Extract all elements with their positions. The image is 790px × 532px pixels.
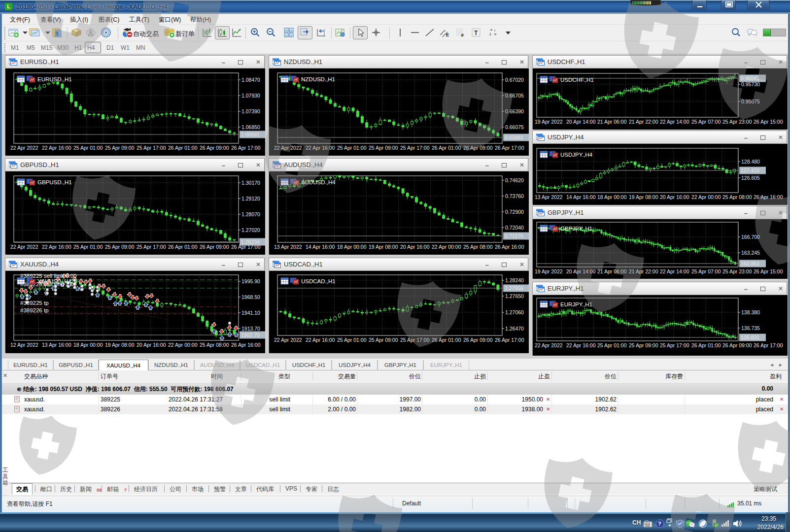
- svg-text:26 Apr 16:00: 26 Apr 16:00: [495, 244, 524, 250]
- svg-text:25 Apr 01:00: 25 Apr 01:00: [337, 145, 367, 151]
- svg-text:126.605: 126.605: [741, 175, 760, 181]
- svg-text:21 Apr 22:00: 21 Apr 22:00: [629, 119, 658, 125]
- svg-text:20 Apr 16:00: 20 Apr 16:00: [137, 342, 166, 348]
- svg-text:EURUSD.,H1: EURUSD.,H1: [37, 76, 72, 82]
- svg-text:26 Apr 01:00: 26 Apr 01:00: [168, 145, 198, 151]
- svg-text:19 Apr 2022: 19 Apr 2022: [535, 268, 563, 274]
- svg-text:25 Apr 09:00: 25 Apr 09:00: [105, 145, 135, 151]
- svg-text:1.27060: 1.27060: [505, 309, 524, 315]
- svg-text:26 Apr 09:00: 26 Apr 09:00: [722, 342, 752, 348]
- svg-text:26 Apr 09:00: 26 Apr 09:00: [463, 337, 493, 343]
- svg-text:1.27020: 1.27020: [241, 227, 260, 233]
- svg-text:19 Apr 08:00: 19 Apr 08:00: [105, 342, 135, 348]
- svg-text:18 Apr 00:00: 18 Apr 00:00: [337, 244, 367, 250]
- svg-text:1941.10: 1941.10: [241, 310, 260, 316]
- svg-text:22 Apr 16:00: 22 Apr 16:00: [42, 145, 71, 151]
- svg-text:0.65881: 0.65881: [505, 134, 523, 140]
- svg-text:22 Apr 16:00: 22 Apr 16:00: [42, 244, 71, 250]
- svg-text:128.480: 128.480: [741, 159, 760, 165]
- svg-text:25 Apr 09:00: 25 Apr 09:00: [629, 342, 658, 348]
- svg-text:26 Apr 17:00: 26 Apr 17:00: [231, 145, 261, 151]
- svg-text:T: T: [474, 30, 478, 36]
- svg-text:EURJPY.,H1: EURJPY.,H1: [560, 301, 592, 307]
- svg-text:19 Apr 2022: 19 Apr 2022: [535, 119, 563, 125]
- svg-text:1.08470: 1.08470: [241, 77, 260, 83]
- svg-text:26 Apr 16:00: 26 Apr 16:00: [754, 194, 783, 200]
- svg-text:0.96041: 0.96041: [741, 75, 759, 81]
- svg-text:25 Apr 17:00: 25 Apr 17:00: [400, 145, 430, 151]
- svg-text:USDCAD.,H1: USDCAD.,H1: [301, 278, 336, 284]
- svg-text:18 Apr 00:00: 18 Apr 00:00: [73, 342, 103, 348]
- svg-text:22 Apr 2022: 22 Apr 2022: [274, 145, 302, 151]
- svg-text:25 Apr 17:00: 25 Apr 17:00: [137, 244, 166, 250]
- svg-text:25 Apr 23:00: 25 Apr 23:00: [722, 268, 752, 274]
- svg-text:?: ?: [658, 521, 661, 527]
- svg-text:12 Apr 2022: 12 Apr 2022: [10, 342, 38, 348]
- svg-text:20 Apr 14:00: 20 Apr 14:00: [566, 268, 596, 274]
- svg-text:26 Apr 01:00: 26 Apr 01:00: [432, 337, 461, 343]
- svg-text:AUDUSD.,H4: AUDUSD.,H4: [301, 179, 336, 185]
- svg-text:26 Apr 01:00: 26 Apr 01:00: [691, 342, 721, 348]
- svg-text:0.66705: 0.66705: [505, 93, 524, 99]
- svg-text:22 Apr 16:00: 22 Apr 16:00: [306, 145, 335, 151]
- svg-text:14 Apr 16:00: 14 Apr 16:00: [306, 244, 335, 250]
- svg-text:25 Apr 23:00: 25 Apr 23:00: [722, 119, 752, 125]
- svg-text:GBPUSD.,H1: GBPUSD.,H1: [37, 179, 72, 185]
- svg-text:22 Apr 00:00: 22 Apr 00:00: [432, 244, 461, 250]
- svg-text:#389225 tp: #389225 tp: [20, 300, 49, 306]
- svg-text:1.06850: 1.06850: [241, 124, 260, 130]
- svg-text:19 Apr 08:00: 19 Apr 08:00: [369, 244, 398, 250]
- svg-text:E: E: [446, 33, 449, 37]
- svg-text:22 Apr 2022: 22 Apr 2022: [10, 145, 38, 151]
- svg-text:1.27650: 1.27650: [505, 293, 524, 299]
- svg-text:13 Apr 2022: 13 Apr 2022: [535, 194, 563, 200]
- svg-text:22 Apr 2022: 22 Apr 2022: [10, 244, 38, 250]
- svg-text:22 Apr 2022: 22 Apr 2022: [274, 337, 302, 343]
- svg-text:166.700: 166.700: [741, 234, 760, 240]
- svg-text:25 Apr 09:00: 25 Apr 09:00: [369, 337, 398, 343]
- svg-text:26 Apr 15:00: 26 Apr 15:00: [754, 119, 783, 125]
- svg-text:0.67020: 0.67020: [505, 77, 524, 83]
- svg-text:1995.90: 1995.90: [241, 278, 260, 284]
- svg-text:22 Apr 14:00: 22 Apr 14:00: [660, 268, 689, 274]
- svg-text:20 Apr 14:00: 20 Apr 14:00: [566, 119, 596, 125]
- svg-text:1968.50: 1968.50: [241, 294, 260, 300]
- svg-text:25 Apr 07:00: 25 Apr 07:00: [691, 268, 721, 274]
- svg-text:26 Apr 09:00: 26 Apr 09:00: [200, 244, 229, 250]
- svg-text:USDCHF.,H1: USDCHF.,H1: [560, 77, 594, 83]
- svg-text:#389226 tp: #389226 tp: [20, 307, 49, 313]
- svg-text:135.831: 135.831: [741, 334, 759, 340]
- svg-text:1.06591: 1.06591: [241, 132, 260, 137]
- svg-text:13 Apr 16:00: 13 Apr 16:00: [42, 342, 71, 348]
- svg-text:1902.70: 1902.70: [241, 332, 260, 338]
- svg-text:21 Apr 06:00: 21 Apr 06:00: [597, 119, 627, 125]
- svg-text:21 Apr 22:00: 21 Apr 22:00: [629, 268, 658, 274]
- svg-text:127.433: 127.433: [741, 167, 759, 173]
- svg-text:25 Apr 08:00: 25 Apr 08:00: [722, 194, 752, 200]
- svg-text:22 Apr 16:00: 22 Apr 16:00: [306, 337, 335, 343]
- svg-text:25 Apr 08:00: 25 Apr 08:00: [200, 342, 229, 348]
- svg-text:0.74620: 0.74620: [505, 177, 524, 183]
- svg-text:1.27956: 1.27956: [505, 285, 523, 291]
- svg-text:0.95075: 0.95075: [741, 99, 760, 104]
- svg-text:26 Apr 01:00: 26 Apr 01:00: [168, 244, 198, 250]
- svg-text:0.72040: 0.72040: [505, 225, 524, 231]
- svg-text:0.66075: 0.66075: [505, 124, 524, 130]
- svg-text:26 Apr 15:00: 26 Apr 15:00: [754, 268, 783, 274]
- svg-text:26 Apr 17:00: 26 Apr 17:00: [231, 244, 261, 250]
- svg-text:26 Apr 09:00: 26 Apr 09:00: [200, 145, 229, 151]
- svg-text:1.26470: 1.26470: [505, 326, 524, 332]
- svg-text:25 Apr 01:00: 25 Apr 01:00: [337, 337, 367, 343]
- svg-text:19 Apr 08:00: 19 Apr 08:00: [629, 194, 658, 200]
- svg-text:1.07390: 1.07390: [241, 108, 260, 114]
- svg-text:26 Apr 17:00: 26 Apr 17:00: [495, 145, 524, 151]
- svg-text:25 Apr 17:00: 25 Apr 17:00: [660, 342, 689, 348]
- svg-text:26 Apr 17:00: 26 Apr 17:00: [495, 337, 524, 343]
- svg-text:25 Apr 17:00: 25 Apr 17:00: [137, 145, 166, 151]
- svg-text:$: $: [56, 31, 59, 36]
- svg-text:1.29120: 1.29120: [241, 196, 260, 201]
- svg-text:XAUUSD.,H4: XAUUSD.,H4: [37, 278, 72, 284]
- svg-text:NZDUSD.,H1: NZDUSD.,H1: [301, 76, 335, 82]
- svg-text:160.863: 160.863: [741, 261, 759, 266]
- svg-text:22 Apr 00:00: 22 Apr 00:00: [691, 194, 721, 200]
